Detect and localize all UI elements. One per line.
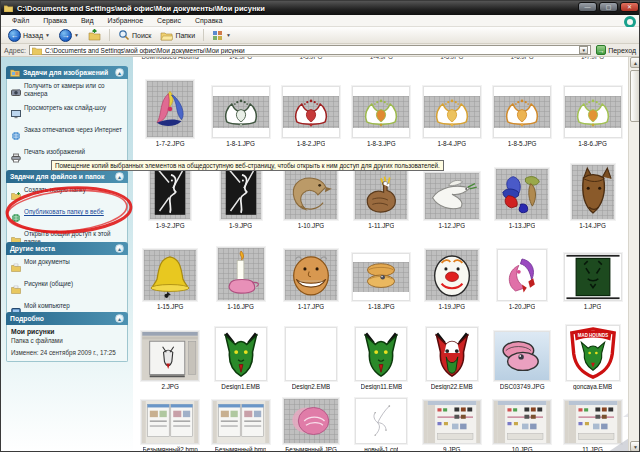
file-thumbnail[interactable]	[424, 172, 480, 220]
file-label: 1-15.JPG	[157, 303, 184, 310]
file-thumbnail[interactable]	[141, 400, 199, 444]
go-button[interactable]: → Переход	[594, 45, 638, 55]
panel-header[interactable]: Задачи для файлов и папок▲	[6, 170, 128, 183]
title-bar[interactable]: C:\Documents and Settings\мой офис\Мои д…	[1, 1, 640, 15]
minimize-button[interactable]: —	[578, 2, 597, 12]
up-button[interactable]	[85, 28, 104, 42]
task-item[interactable]: Опубликовать папку в вебе	[11, 208, 124, 227]
menu-item-5[interactable]: Справка	[188, 17, 229, 24]
toolbar: ← Назад ▼ → ▼ Поиск Пап	[1, 27, 640, 44]
file-cell: 1-8-6.JPG	[557, 67, 627, 147]
address-input[interactable]: C:\Documents and Settings\мой офис\Мои д…	[29, 45, 591, 55]
file-label: 1-8-5.JPG	[508, 140, 537, 147]
menu-item-1[interactable]: Правка	[36, 17, 74, 24]
chevron-up-icon[interactable]: ▲	[115, 314, 124, 323]
file-thumbnail[interactable]	[146, 80, 194, 138]
file-label: 1-10.JPG	[298, 222, 325, 229]
file-thumbnail[interactable]	[423, 86, 481, 138]
file-cell: 1-7-2.JPG	[135, 67, 205, 147]
file-thumbnail[interactable]	[495, 168, 549, 220]
menu-item-4[interactable]: Сервис	[150, 17, 188, 24]
file-thumbnail[interactable]	[423, 400, 481, 444]
svg-text:MAD HOUNDS: MAD HOUNDS	[577, 333, 607, 338]
search-icon	[118, 29, 130, 41]
file-thumbnail[interactable]	[212, 86, 270, 138]
file-cell: Design2.EMB	[276, 311, 346, 390]
menu-item-2[interactable]: Вид	[74, 17, 101, 24]
file-cell: 1-17.JPG	[276, 230, 346, 310]
file-thumbnail[interactable]	[352, 86, 410, 138]
scrollbar-thumb[interactable]	[630, 70, 640, 122]
file-thumbnail[interactable]	[355, 327, 407, 381]
task-item[interactable]: Создать новую папку	[11, 186, 124, 205]
file-thumbnail[interactable]	[355, 398, 407, 444]
file-label: 10.JPG	[512, 446, 533, 452]
file-thumbnail[interactable]	[352, 253, 410, 301]
task-item[interactable]: Заказ отпечатков через Интернет	[11, 126, 124, 145]
views-button[interactable]: ▼	[209, 29, 234, 42]
file-thumbnail[interactable]	[283, 398, 339, 444]
file-thumbnail[interactable]	[215, 327, 267, 381]
folders-button[interactable]: Папки	[157, 29, 198, 42]
close-button[interactable]: ✕	[620, 2, 639, 12]
views-dropdown-icon[interactable]: ▼	[226, 32, 231, 38]
file-cell: 1-13.JPG	[487, 149, 557, 229]
file-thumbnail[interactable]	[354, 168, 408, 220]
file-thumbnail[interactable]	[564, 400, 622, 444]
file-thumbnail[interactable]	[493, 86, 551, 138]
task-item[interactable]: Рисунки (общие)	[11, 280, 124, 299]
file-thumbnail[interactable]	[285, 327, 337, 381]
file-thumbnail[interactable]	[425, 249, 479, 301]
search-button[interactable]: Поиск	[115, 28, 154, 42]
file-thumbnail[interactable]	[284, 168, 338, 220]
file-thumbnail[interactable]	[494, 331, 550, 381]
back-button[interactable]: ← Назад ▼	[5, 28, 53, 43]
file-thumbnail[interactable]	[282, 86, 340, 138]
file-thumbnail[interactable]	[497, 249, 547, 301]
file-thumbnail[interactable]	[493, 400, 551, 444]
file-thumbnail[interactable]	[284, 249, 338, 301]
back-dropdown-icon[interactable]: ▼	[45, 32, 50, 38]
file-thumbnail[interactable]: MAD HOUNDS	[566, 325, 620, 381]
file-label: 1-20.JPG	[509, 303, 536, 310]
toolbar-separator	[109, 29, 110, 41]
file-thumbnail[interactable]	[212, 400, 270, 444]
panel-header[interactable]: Другие места▲	[6, 242, 128, 255]
clipped-file-label: Downloaded Albums	[135, 57, 205, 62]
address-dropdown-button[interactable]: ▼	[579, 46, 588, 54]
folder-icon	[4, 4, 13, 12]
forward-button[interactable]: → ▼	[56, 28, 82, 43]
file-label: 1-17.JPG	[298, 303, 325, 310]
task-item[interactable]: Просмотреть как слайд-шоу	[11, 104, 124, 123]
menu-item-3[interactable]: Избранное	[101, 17, 150, 24]
file-cell: Безымянный.bmp	[205, 391, 275, 452]
menu-item-0[interactable]: Файл	[5, 17, 36, 24]
task-item[interactable]: Получить от камеры или со сканера	[11, 82, 124, 101]
file-thumbnail[interactable]	[141, 331, 199, 381]
file-thumbnail[interactable]	[564, 86, 622, 138]
file-thumbnail[interactable]	[143, 249, 197, 301]
file-cell: 1-15.JPG	[135, 230, 205, 310]
file-thumbnail[interactable]	[426, 327, 478, 381]
task-item[interactable]: Мои документы	[11, 258, 124, 277]
panel-header[interactable]: Задачи для изображений▲	[6, 66, 128, 79]
file-thumbnail[interactable]	[217, 247, 265, 301]
panel-header[interactable]: Подробно▲	[6, 312, 128, 325]
vertical-scrollbar[interactable]: ▲ ▼	[628, 57, 640, 452]
chevron-up-icon[interactable]: ▲	[115, 172, 124, 181]
clipped-file-label: 1-5.JPG	[417, 57, 487, 62]
chevron-up-icon[interactable]: ▲	[115, 68, 124, 77]
scroll-down-arrow[interactable]: ▼	[630, 441, 640, 452]
file-label: 2.JPG	[161, 383, 179, 390]
file-thumbnail[interactable]	[571, 164, 615, 220]
file-label: Design11.EMB	[361, 383, 403, 390]
forward-dropdown-icon[interactable]: ▼	[74, 32, 79, 38]
scroll-up-arrow[interactable]: ▲	[630, 57, 640, 68]
maximize-button[interactable]: ▢	[599, 2, 618, 12]
folders-icon	[160, 30, 173, 41]
clipped-file-label: 1-4.JPG	[346, 57, 416, 62]
file-label: 1-8-6.JPG	[578, 140, 607, 147]
chevron-up-icon[interactable]: ▲	[115, 244, 124, 253]
address-value: C:\Documents and Settings\мой офис\Мои д…	[45, 47, 576, 54]
file-thumbnail[interactable]	[564, 253, 622, 301]
